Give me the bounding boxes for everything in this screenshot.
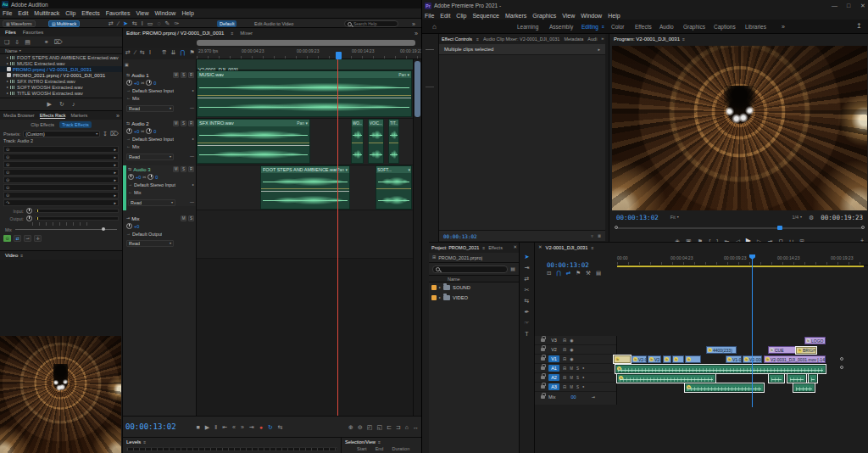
skip-selection-button[interactable]: ⇆ <box>278 424 283 430</box>
label-color-swatch[interactable] <box>431 285 437 290</box>
solo-button[interactable]: S <box>576 385 579 389</box>
zoom-in-amp-icon[interactable]: ◰ <box>367 424 373 430</box>
mix-slider-handle[interactable] <box>102 227 105 231</box>
marker-icon[interactable]: ⚑ <box>189 49 194 55</box>
effect-slot[interactable]: ⊙▸ <box>3 169 119 176</box>
clip-audio-a2[interactable]: fx <box>617 374 715 383</box>
slot-arrow-icon[interactable]: ▸ <box>114 148 116 152</box>
volume-value[interactable]: +0 <box>136 175 141 180</box>
volume-envelope[interactable] <box>198 143 309 143</box>
clip-audio-a1[interactable]: fx <box>615 365 826 373</box>
tab-audio-truncated[interactable]: Audi <box>587 36 597 42</box>
filter-icon[interactable]: ▿ <box>591 234 593 238</box>
track-input[interactable]: Default Stereo Input <box>134 182 175 187</box>
volume-envelope[interactable] <box>198 95 411 96</box>
pan-value[interactable]: 0 <box>153 81 156 86</box>
tab-files[interactable]: Files <box>5 30 16 35</box>
output-gain-knob[interactable] <box>26 215 32 221</box>
zoom-out-amp-icon[interactable]: ◱ <box>376 424 382 430</box>
file-row[interactable]: ▸SFX INTRO Extracted.wav <box>0 78 122 84</box>
panel-menu-icon[interactable]: ≡ <box>143 440 146 445</box>
panel-close-icon[interactable]: ✕ <box>538 245 542 250</box>
volume-knob[interactable] <box>128 174 134 180</box>
lock-icon[interactable] <box>541 357 545 361</box>
new-item-icon[interactable]: ▤ <box>25 39 31 45</box>
bin-row-sound[interactable]: ▸ SOUND <box>429 282 519 293</box>
menu-graphics[interactable]: Graphics <box>532 13 556 19</box>
track-bus[interactable]: Mix <box>132 144 140 149</box>
voiceover-icon[interactable]: ● <box>582 385 584 389</box>
solo-button[interactable]: S <box>181 166 186 172</box>
lock-icon[interactable] <box>541 338 545 342</box>
menu-help[interactable]: Help <box>608 13 620 19</box>
project-breadcrumb[interactable]: PROMO_2021.prproj <box>438 255 482 260</box>
ec-timecode[interactable]: 00:00:13:02 <box>443 233 477 239</box>
sync-lock-icon[interactable]: ⊟ <box>563 338 566 343</box>
clip-v1[interactable]: fxV2-0 <box>648 355 661 363</box>
playhead-head[interactable] <box>336 52 342 59</box>
maximize-button[interactable]: □ <box>847 3 850 8</box>
menu-effects[interactable]: Effects <box>81 10 99 16</box>
menu-favorites[interactable]: Favorites <box>106 10 131 16</box>
record-button[interactable]: ● <box>259 424 263 430</box>
file-row[interactable]: ▸MUSIC Extracted.wav <box>0 60 122 66</box>
track-input[interactable]: Default Stereo Input <box>132 88 174 93</box>
mix-db-value[interactable]: 00 <box>571 394 576 400</box>
lock-icon[interactable] <box>541 348 545 351</box>
video-clip-strip[interactable]: V2-0001_DJI_0031 <box>197 59 413 70</box>
clip-voice[interactable]: VOIC... <box>368 119 384 164</box>
tab-selection-view[interactable]: Selection/View <box>345 439 376 445</box>
volume-envelope[interactable] <box>376 188 411 189</box>
bin-name[interactable]: SOUND <box>453 285 470 290</box>
import-icon[interactable]: ⇩ <box>14 39 19 45</box>
tab-media-browser[interactable]: Media Browser <box>3 113 35 118</box>
tab-effects-rack[interactable]: Effects Rack <box>40 113 66 119</box>
menu-edit[interactable]: Edit <box>440 13 450 19</box>
slot-arrow-icon[interactable]: ▸ <box>114 155 116 159</box>
minimize-icon[interactable]: — <box>190 200 194 204</box>
tab-editor[interactable]: Editor: PROMO.prproj / V2-0001_DJI_0031 <box>126 31 224 36</box>
ws-assembly[interactable]: Assembly <box>549 24 573 30</box>
razor-tool-ic[interactable]: ∕ <box>118 20 119 26</box>
pan-knob[interactable] <box>146 128 152 134</box>
zoom-out-time-icon[interactable]: ⊖ <box>358 424 363 430</box>
pen-tool[interactable]: ✒ <box>520 309 534 320</box>
program-video[interactable] <box>612 46 867 210</box>
minimize-button[interactable]: — <box>832 3 837 8</box>
scroll-down-icon[interactable]: ⇊ <box>171 49 176 55</box>
solo-button[interactable]: S <box>188 215 194 221</box>
tab-project[interactable]: Project: PROMO_2021 <box>431 245 479 250</box>
ws-audio[interactable]: Audio <box>659 24 674 30</box>
track-name[interactable]: Audio 3 <box>133 167 150 172</box>
volume-envelope[interactable] <box>261 188 349 189</box>
power-icon[interactable]: ⊙ <box>6 193 9 198</box>
add-marker-icon[interactable]: ⚑ <box>576 270 581 277</box>
expand-icon[interactable]: ▸ <box>7 92 8 95</box>
menu-file[interactable]: File <box>3 10 12 16</box>
home-icon[interactable]: ⌂ <box>432 24 437 31</box>
automation-mode[interactable]: Read <box>131 200 142 205</box>
clip-soft-woosh[interactable]: SOFT...▾ <box>376 165 412 210</box>
clip-audio-a2[interactable] <box>787 374 806 383</box>
linked-selection-icon[interactable]: ⇄ <box>566 270 570 277</box>
track-header-v3[interactable]: V3⊟◉ <box>535 336 616 345</box>
selection-tool-ic[interactable]: ➤ <box>123 20 128 26</box>
power-icon[interactable]: ↷ <box>6 201 9 205</box>
mute-button[interactable]: M <box>181 215 186 221</box>
playback-resolution-select[interactable]: 1/4▾ <box>792 215 802 220</box>
lasso-tool-ic[interactable]: ◌ <box>157 20 160 26</box>
navigator-bar[interactable] <box>197 40 415 46</box>
clip-sfx-intro[interactable]: SFX INTRO.wavPan ▾ <box>197 119 310 164</box>
presets-value[interactable]: (Custom) <box>25 131 45 137</box>
move-tool-ic[interactable]: ⇄ <box>108 20 114 26</box>
minimize-icon[interactable]: — <box>190 154 194 159</box>
rewind-button[interactable]: « <box>232 424 236 430</box>
power-icon[interactable]: ⊙ <box>6 186 9 190</box>
mute-button[interactable]: M <box>173 120 179 126</box>
multitrack-button[interactable]: ▤ Multitrack <box>48 20 80 27</box>
subtab-clip-effects[interactable]: Clip Effects <box>31 122 54 127</box>
track-bus[interactable]: Mix <box>132 96 140 101</box>
zoom-level-select[interactable]: Fit▾ <box>670 215 679 220</box>
editor-timecode[interactable]: 00:00:13:02 <box>125 422 176 431</box>
razor-tool[interactable]: ✂ <box>520 287 534 298</box>
